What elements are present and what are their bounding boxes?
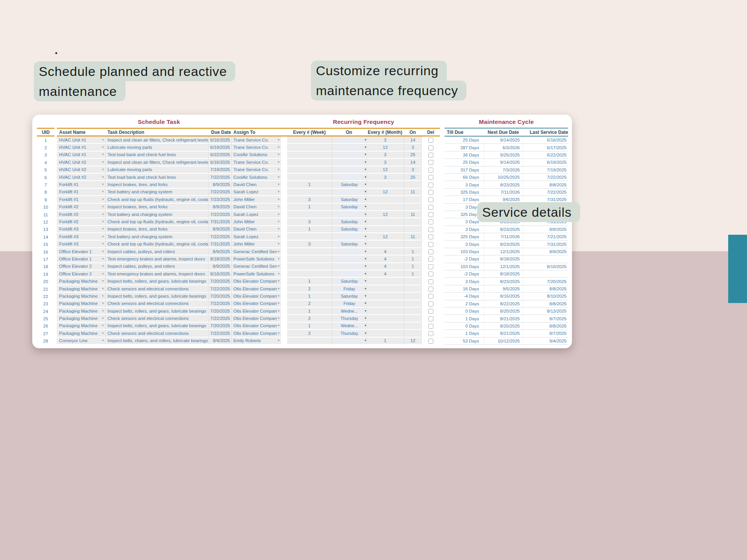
week-on-cell[interactable]: Saturday▾ xyxy=(332,204,366,211)
uid-cell[interactable]: 16 xyxy=(37,248,55,255)
week-on-select[interactable]: Saturday xyxy=(336,204,363,209)
task-description-cell[interactable]: Check and top up fluids (hydraulic, engi… xyxy=(105,218,208,226)
week-on-cell[interactable]: ▾ xyxy=(332,263,366,270)
asset-name-cell[interactable]: Conveyor Line▾ xyxy=(57,338,105,345)
week-on-select[interactable]: Friday xyxy=(336,286,363,291)
month-on-cell[interactable]: 25 xyxy=(404,152,421,159)
month-on-cell[interactable]: 25 xyxy=(404,174,421,181)
chevron-down-icon[interactable]: ▾ xyxy=(277,339,281,342)
week-on-cell[interactable]: ▾ xyxy=(332,189,366,196)
week-on-cell[interactable]: Saturday▾ xyxy=(332,196,366,203)
week-on-cell[interactable]: ▾ xyxy=(332,248,366,255)
chevron-down-icon[interactable]: ▾ xyxy=(277,287,281,290)
month-every-cell[interactable]: 4 xyxy=(366,270,404,278)
chevron-down-icon[interactable]: ▾ xyxy=(101,257,105,260)
asset-name-cell[interactable]: Packaging Machine▾ xyxy=(57,308,105,315)
task-description-cell[interactable]: Check and top up fluids (hydraulic, engi… xyxy=(105,240,208,248)
task-description-cell[interactable]: Test battery and charging system xyxy=(105,233,208,240)
week-on-cell[interactable]: ▾ xyxy=(332,137,366,144)
task-description-cell[interactable]: Test load bank and check fuel lines xyxy=(105,152,208,159)
month-on-cell[interactable] xyxy=(404,181,421,188)
chevron-down-icon[interactable]: ▾ xyxy=(101,205,105,208)
week-every-cell[interactable] xyxy=(287,338,332,345)
month-every-cell[interactable]: 4 xyxy=(366,248,404,255)
chevron-down-icon[interactable]: ▾ xyxy=(101,153,105,156)
delete-checkbox[interactable] xyxy=(428,294,433,299)
due-date-cell[interactable]: 7/23/2025 xyxy=(208,196,231,203)
asset-name-cell[interactable]: Forklift #3▾ xyxy=(57,226,105,233)
chevron-down-icon[interactable]: ▾ xyxy=(277,257,281,260)
uid-cell[interactable]: 12 xyxy=(37,218,55,226)
month-on-cell[interactable] xyxy=(404,204,421,211)
week-on-select[interactable] xyxy=(336,234,363,239)
chevron-down-icon[interactable]: ▾ xyxy=(101,146,105,149)
asset-name-cell[interactable]: Forklift #2▾ xyxy=(57,218,105,226)
chevron-down-icon[interactable]: ▾ xyxy=(101,198,105,201)
asset-name-cell[interactable]: Forklift #2▾ xyxy=(57,211,105,218)
delete-checkbox[interactable] xyxy=(428,175,433,180)
month-every-cell[interactable] xyxy=(366,300,404,308)
task-description-cell[interactable]: Check and top up fluids (hydraulic, engi… xyxy=(105,196,208,203)
uid-cell[interactable]: 24 xyxy=(37,308,55,315)
delete-checkbox[interactable] xyxy=(428,145,433,150)
due-date-cell[interactable]: 7/31/2025 xyxy=(208,240,231,248)
uid-cell[interactable]: 5 xyxy=(37,166,55,174)
due-date-cell[interactable]: 7/22/2025 xyxy=(208,315,231,322)
assign-to-cell[interactable]: Trane Service Co.▾ xyxy=(231,144,281,151)
chevron-down-icon[interactable]: ▾ xyxy=(101,332,105,335)
month-on-cell[interactable] xyxy=(404,300,421,308)
chevron-down-icon[interactable]: ▾ xyxy=(101,235,105,238)
delete-checkbox[interactable] xyxy=(428,279,433,284)
delete-checkbox[interactable] xyxy=(428,138,433,143)
month-on-cell[interactable] xyxy=(404,285,421,293)
task-description-cell[interactable]: Inspect and clean air filters, Check ref… xyxy=(105,137,208,144)
task-description-cell[interactable]: Inspect brakes, tires, and forks xyxy=(105,181,208,188)
week-on-cell[interactable]: ▾ xyxy=(332,166,366,174)
week-on-cell[interactable]: Saturday▾ xyxy=(332,293,366,300)
week-every-cell[interactable] xyxy=(287,248,332,255)
month-every-cell[interactable]: 12 xyxy=(366,144,404,151)
uid-cell[interactable]: 28 xyxy=(37,338,55,345)
due-date-cell[interactable]: 7/22/2025 xyxy=(208,285,231,293)
month-on-cell[interactable] xyxy=(404,315,421,322)
chevron-down-icon[interactable]: ▾ xyxy=(277,205,281,208)
delete-checkbox[interactable] xyxy=(428,205,433,210)
month-on-cell[interactable]: 12 xyxy=(404,338,421,345)
week-on-cell[interactable]: ▾ xyxy=(332,174,366,181)
week-on-select[interactable] xyxy=(336,249,363,254)
month-every-cell[interactable]: 12 xyxy=(366,211,404,218)
task-description-cell[interactable]: Inspect belts, rollers, and gears, lubri… xyxy=(105,278,208,285)
month-every-cell[interactable] xyxy=(366,323,404,330)
chevron-down-icon[interactable]: ▾ xyxy=(277,332,281,335)
asset-name-cell[interactable]: Packaging Machine▾ xyxy=(57,323,105,330)
uid-cell[interactable]: 2 xyxy=(37,144,55,151)
month-on-cell[interactable]: 11 xyxy=(404,233,421,240)
due-date-cell[interactable]: 7/20/2025 xyxy=(208,278,231,285)
month-on-cell[interactable]: 1 xyxy=(404,255,421,263)
delete-checkbox[interactable] xyxy=(428,190,433,195)
asset-name-cell[interactable]: Forklift #2▾ xyxy=(57,204,105,211)
chevron-down-icon[interactable]: ▾ xyxy=(277,272,281,275)
month-every-cell[interactable]: 3 xyxy=(366,152,404,159)
chevron-down-icon[interactable]: ▾ xyxy=(277,138,281,142)
week-on-cell[interactable]: Saturday▾ xyxy=(332,226,366,233)
uid-cell[interactable]: 25 xyxy=(37,315,55,322)
month-on-cell[interactable]: 3 xyxy=(404,166,421,174)
week-every-cell[interactable]: 1 xyxy=(287,204,332,211)
asset-name-cell[interactable]: Office Elevator 1▾ xyxy=(57,248,105,255)
delete-checkbox[interactable] xyxy=(428,160,433,165)
month-every-cell[interactable] xyxy=(366,293,404,300)
week-on-select[interactable]: Saturday xyxy=(336,197,363,202)
week-on-cell[interactable]: Saturday▾ xyxy=(332,278,366,285)
week-on-cell[interactable]: ▾ xyxy=(332,338,366,345)
asset-name-cell[interactable]: HVAC Unit #2▾ xyxy=(57,159,105,166)
task-description-cell[interactable]: Check sensors and electrical connections xyxy=(105,315,208,322)
month-on-cell[interactable]: 1 xyxy=(404,248,421,255)
asset-name-cell[interactable]: HVAC Unit #2▾ xyxy=(57,174,105,181)
month-on-cell[interactable] xyxy=(404,293,421,300)
assign-to-cell[interactable]: Sarah Lopez▾ xyxy=(231,189,281,196)
asset-name-cell[interactable]: Forklift #1▾ xyxy=(57,189,105,196)
month-every-cell[interactable] xyxy=(366,196,404,203)
delete-checkbox[interactable] xyxy=(428,153,433,158)
chevron-down-icon[interactable]: ▾ xyxy=(101,213,105,216)
